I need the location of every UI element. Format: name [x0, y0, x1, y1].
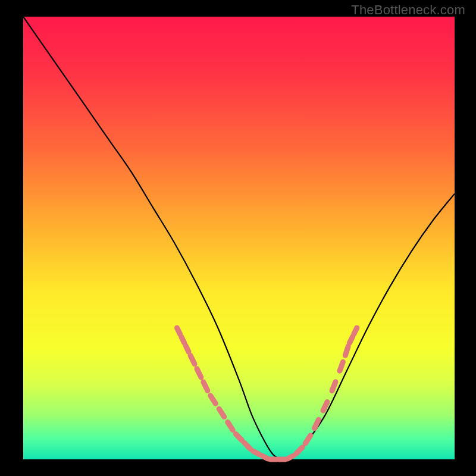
chart-svg	[0, 0, 476, 476]
highlight-dash	[186, 346, 189, 352]
highlight-dash	[314, 419, 318, 428]
highlight-dash	[332, 382, 336, 391]
highlight-dash	[177, 328, 180, 334]
highlight-dash	[253, 451, 259, 454]
bottleneck-chart: TheBottleneck.com	[0, 0, 476, 476]
watermark-text: TheBottleneck.com	[351, 2, 465, 18]
highlight-dash	[181, 337, 184, 343]
highlight-dash	[354, 328, 357, 334]
highlight-dash	[349, 337, 352, 343]
highlight-dash	[323, 402, 327, 411]
highlight-dash	[203, 382, 208, 390]
highlight-dash	[197, 369, 201, 377]
highlight-dash	[345, 346, 348, 355]
highlight-dash	[287, 456, 293, 459]
highlight-dash	[262, 456, 268, 459]
highlight-dash	[340, 362, 343, 371]
highlight-dash	[190, 355, 195, 364]
plot-background	[23, 17, 455, 459]
